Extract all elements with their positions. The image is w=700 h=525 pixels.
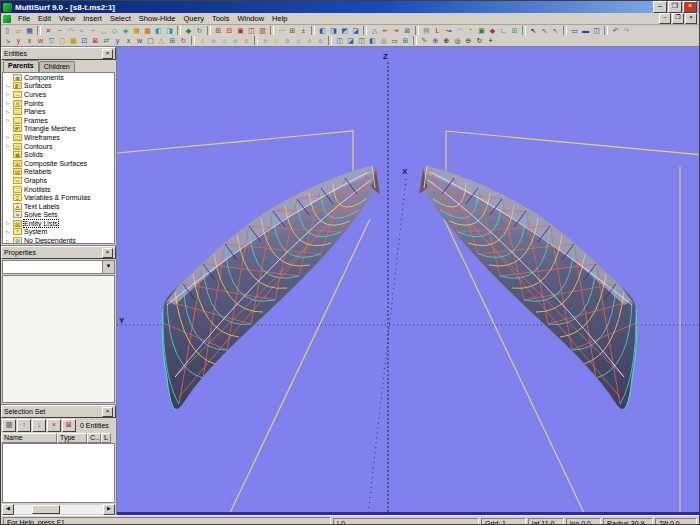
menu-query[interactable]: Query xyxy=(179,14,207,23)
combo-dropdown-icon[interactable]: ▼ xyxy=(102,261,114,273)
toggle-panel-2-icon[interactable]: ◪ xyxy=(345,36,356,45)
tree-item-frames[interactable]: ▷∟Frames xyxy=(3,116,114,125)
mdi-minimize-button[interactable]: – xyxy=(659,13,671,24)
grid-dots-icon[interactable]: ⋯ xyxy=(276,26,287,35)
undo-icon[interactable]: ↶ xyxy=(610,26,621,35)
menu-view[interactable]: View xyxy=(55,14,79,23)
select-add-icon[interactable]: ↖ xyxy=(539,26,550,35)
window-tile-v-icon[interactable]: ◫ xyxy=(591,26,602,35)
expand-arrow-icon[interactable]: ▷ xyxy=(5,220,11,226)
nudge-icon[interactable]: ▽ xyxy=(46,36,57,45)
box-edit-icon[interactable]: ⊡ xyxy=(79,36,90,45)
view-side-icon[interactable]: ⊟ xyxy=(224,26,235,35)
expand-arrow-icon[interactable]: ▷ xyxy=(5,109,11,115)
zoom-in-icon[interactable]: ⊕ xyxy=(441,36,452,45)
properties-close-icon[interactable]: × xyxy=(102,248,113,258)
pane-topleft-icon[interactable]: ◧ xyxy=(317,26,328,35)
scroll-thumb[interactable] xyxy=(32,505,60,514)
grid-snap-icon[interactable]: ± xyxy=(298,26,309,35)
show-parents-icon[interactable]: ☼ xyxy=(230,36,241,45)
menu-show-hide[interactable]: Show-Hide xyxy=(135,14,180,23)
shade-entity-icon[interactable]: ◆ xyxy=(183,26,194,35)
toggle-panel-3-icon[interactable]: ◫ xyxy=(356,36,367,45)
properties-entity-combo[interactable]: ▼ xyxy=(2,260,115,274)
zoom-pen-icon[interactable]: ✎ xyxy=(419,36,430,45)
menu-file[interactable]: File xyxy=(14,14,34,23)
insert-snake-icon[interactable]: ◡ xyxy=(98,26,109,35)
redo-icon[interactable]: ↷ xyxy=(621,26,632,35)
menu-edit[interactable]: Edit xyxy=(34,14,55,23)
move-w-icon[interactable]: w xyxy=(134,36,145,45)
edit-w-icon[interactable]: w xyxy=(35,36,46,45)
tool-pattern-icon[interactable]: * xyxy=(465,26,476,35)
edit-x-icon[interactable]: x xyxy=(24,36,35,45)
tree-item-composite-surfaces[interactable]: ⊞Composite Surfaces xyxy=(3,159,114,168)
vis-all-icon[interactable]: ☼ xyxy=(315,36,326,45)
list-mode-icon[interactable]: ▥ xyxy=(2,419,16,432)
toggle-panel-6-icon[interactable]: ▭ xyxy=(389,36,400,45)
view-front-icon[interactable]: ⊞ xyxy=(213,26,224,35)
scroll-right-icon[interactable]: ▶ xyxy=(103,504,115,515)
tree-item-variables-formulas[interactable]: ΣVariables & Formulas xyxy=(3,193,114,202)
restore-button[interactable]: ❐ xyxy=(668,1,682,13)
toggle-panel-1-icon[interactable]: ◫ xyxy=(334,36,345,45)
tool-frame-icon[interactable]: ∟ xyxy=(498,26,509,35)
tree-item-wireframes[interactable]: ▷◫Wireframes xyxy=(3,133,114,142)
zoom-window-icon[interactable]: ⊕ xyxy=(430,36,441,45)
expand-arrow-icon[interactable]: ▷ xyxy=(5,143,11,149)
vis-labels-icon[interactable]: ☼ xyxy=(304,36,315,45)
pane-bottomright-icon[interactable]: ◪ xyxy=(350,26,361,35)
insert-mesh-icon[interactable]: ▦ xyxy=(131,26,142,35)
tree-item-triangle-meshes[interactable]: ◩Triangle Meshes xyxy=(3,125,114,134)
scroll-left-icon[interactable]: ◀ xyxy=(2,504,14,515)
expand-arrow-icon[interactable]: ▷ xyxy=(5,238,11,244)
expand-arrow-icon[interactable]: ▷ xyxy=(5,134,11,140)
insert-solid-icon[interactable]: ◧ xyxy=(153,26,164,35)
swap-ends-icon[interactable]: ⇄ xyxy=(101,36,112,45)
scroll-track[interactable] xyxy=(14,505,103,514)
zoom-selected-icon[interactable]: ◎ xyxy=(452,36,463,45)
insert-curve-icon[interactable]: ~ xyxy=(87,26,98,35)
pane-bottomleft-icon[interactable]: ◨ xyxy=(328,26,339,35)
hide-selected-icon[interactable]: ☼ xyxy=(219,36,230,45)
insert-point-icon[interactable]: ✕ xyxy=(43,26,54,35)
measure-right-icon[interactable]: ↠ xyxy=(391,26,402,35)
save-file-icon[interactable]: ▦ xyxy=(24,26,35,35)
expand-arrow-icon[interactable]: ▷ xyxy=(5,83,11,89)
window-cascade-icon[interactable]: ▭ xyxy=(569,26,580,35)
mdi-restore-button[interactable]: ❐ xyxy=(672,13,684,24)
expand-arrow-icon[interactable]: ▷ xyxy=(5,117,11,123)
column-header-name[interactable]: Name xyxy=(1,433,57,443)
rotate-view-icon[interactable]: ↻ xyxy=(474,36,485,45)
tree-item-curves[interactable]: ▷~Curves xyxy=(3,90,114,99)
move-down-icon[interactable]: ↓ xyxy=(32,419,46,432)
tree-item-solve-sets[interactable]: =Solve Sets xyxy=(3,211,114,220)
tree-item-graphs[interactable]: ≈Graphs xyxy=(3,176,114,185)
insert-arc-icon[interactable]: ◠ xyxy=(65,26,76,35)
viewport-canvas[interactable]: Z Y X xyxy=(117,47,700,515)
close-button[interactable]: × xyxy=(683,1,697,13)
tool-box-icon[interactable]: ▣ xyxy=(476,26,487,35)
mdi-document-icon[interactable] xyxy=(3,15,11,23)
tree-item-no-descendents[interactable]: ▷⊘No Descendents xyxy=(3,236,114,244)
remove-entity-icon[interactable]: × xyxy=(47,419,61,432)
select-fence-icon[interactable]: ↖ xyxy=(550,26,561,35)
tree-item-contours[interactable]: ▷◎Contours xyxy=(3,142,114,151)
select-pointer-icon[interactable]: ↖ xyxy=(528,26,539,35)
show-children-icon[interactable]: ☼ xyxy=(241,36,252,45)
entities-close-icon[interactable]: × xyxy=(102,49,113,59)
column-header-c[interactable]: C... xyxy=(87,433,101,443)
column-header-type[interactable]: Type xyxy=(57,433,87,443)
mirror-entity-icon[interactable]: ⊞ xyxy=(167,36,178,45)
tree-item-solids[interactable]: ▣Solids xyxy=(3,150,114,159)
tool-fit-curve-icon[interactable]: ↝ xyxy=(443,26,454,35)
tree-item-surfaces[interactable]: ▷◧Surfaces xyxy=(3,82,114,91)
view-plan-icon[interactable]: ▣ xyxy=(235,26,246,35)
menu-insert[interactable]: Insert xyxy=(79,14,106,23)
window-tile-h-icon[interactable]: ▬ xyxy=(580,26,591,35)
clear-set-icon[interactable]: ⊠ xyxy=(62,419,76,432)
grid-lines-icon[interactable]: ⊞ xyxy=(287,26,298,35)
vis-wireframe-icon[interactable]: ☼ xyxy=(260,36,271,45)
toggle-panel-7-icon[interactable]: ⊞ xyxy=(400,36,411,45)
tumble-view-icon[interactable]: ↻ xyxy=(194,26,205,35)
